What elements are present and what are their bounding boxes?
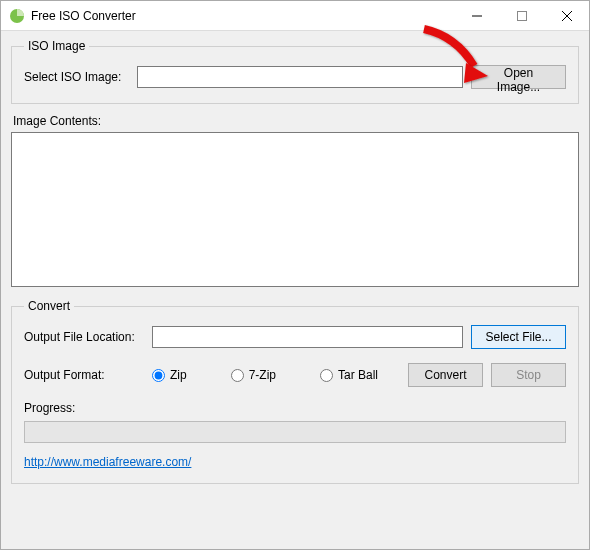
svg-rect-2: [517, 11, 526, 20]
close-button[interactable]: [544, 1, 589, 30]
format-zip-label: Zip: [170, 368, 187, 382]
output-format-label: Output Format:: [24, 368, 144, 382]
output-location-input[interactable]: [152, 326, 463, 348]
format-zip-radio[interactable]: Zip: [152, 368, 187, 382]
format-7zip-label: 7-Zip: [249, 368, 276, 382]
format-7zip-input[interactable]: [231, 369, 244, 382]
progress-bar: [24, 421, 566, 443]
titlebar: Free ISO Converter: [1, 1, 589, 31]
select-file-button[interactable]: Select File...: [471, 325, 566, 349]
website-link[interactable]: http://www.mediafreeware.com/: [24, 455, 191, 469]
select-iso-input[interactable]: [137, 66, 463, 88]
window-title: Free ISO Converter: [31, 9, 454, 23]
select-iso-label: Select ISO Image:: [24, 70, 129, 84]
stop-button[interactable]: Stop: [491, 363, 566, 387]
convert-button[interactable]: Convert: [408, 363, 483, 387]
format-zip-input[interactable]: [152, 369, 165, 382]
progress-label: Progress:: [24, 401, 566, 415]
format-7zip-radio[interactable]: 7-Zip: [231, 368, 276, 382]
maximize-button[interactable]: [499, 1, 544, 30]
app-icon: [9, 8, 25, 24]
format-tarball-radio[interactable]: Tar Ball: [320, 368, 378, 382]
output-location-label: Output File Location:: [24, 330, 144, 344]
convert-group: Convert Output File Location: Select Fil…: [11, 299, 579, 484]
iso-image-legend: ISO Image: [24, 39, 89, 53]
minimize-button[interactable]: [454, 1, 499, 30]
image-contents-list[interactable]: [11, 132, 579, 287]
open-image-button[interactable]: Open Image...: [471, 65, 566, 89]
format-tarball-label: Tar Ball: [338, 368, 378, 382]
format-tarball-input[interactable]: [320, 369, 333, 382]
image-contents-label: Image Contents:: [13, 114, 579, 128]
app-window: Free ISO Converter ISO Image Select ISO …: [0, 0, 590, 550]
convert-legend: Convert: [24, 299, 74, 313]
iso-image-group: ISO Image Select ISO Image: Open Image..…: [11, 39, 579, 104]
